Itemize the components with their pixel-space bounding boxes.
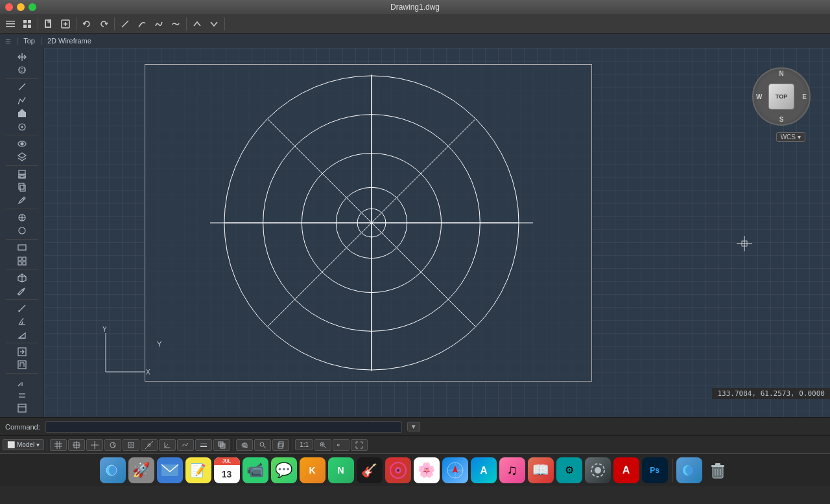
viewlabel-mode[interactable]: 2D Wireframe xyxy=(47,37,91,45)
line-tool[interactable] xyxy=(117,16,133,32)
sidebar-circle[interactable] xyxy=(4,224,40,236)
tmodel-button[interactable] xyxy=(213,439,230,451)
model-tab[interactable]: ⬜ Model ▾ xyxy=(3,439,44,450)
svg-rect-39 xyxy=(18,245,26,250)
sidebar-copy[interactable] xyxy=(4,181,40,193)
dock-launchpad[interactable]: 🚀 xyxy=(128,457,154,483)
osnap-button[interactable] xyxy=(123,439,139,451)
dock-mail[interactable] xyxy=(157,457,183,483)
lw-button[interactable] xyxy=(195,439,212,451)
grid-button[interactable] xyxy=(50,439,67,451)
dock-safari[interactable] xyxy=(442,457,468,483)
redo-button[interactable] xyxy=(96,16,112,32)
polar-button[interactable] xyxy=(104,439,121,451)
dock-facetime[interactable]: 📹 xyxy=(243,457,268,483)
svg-point-17 xyxy=(19,67,25,73)
close-button[interactable] xyxy=(5,3,13,11)
sidebar-rect[interactable] xyxy=(4,242,40,254)
sidebar-move[interactable] xyxy=(4,211,40,223)
sidebar-line[interactable] xyxy=(4,81,40,93)
dyn-button[interactable] xyxy=(177,439,194,451)
viewcube[interactable]: N S E W TOP xyxy=(752,67,811,126)
zoom-label[interactable]: 1:1 xyxy=(295,439,313,450)
sidebar-grid[interactable] xyxy=(4,255,40,267)
freehand-tool[interactable] xyxy=(151,16,167,32)
ortho-button[interactable] xyxy=(86,439,103,451)
arc-tool[interactable] xyxy=(134,16,150,32)
dock-photos[interactable]: 🌸 xyxy=(414,457,440,483)
model-chevron: ▾ xyxy=(36,441,40,448)
sidebar-layers[interactable] xyxy=(4,151,40,163)
wcs-label[interactable]: WCS ▾ xyxy=(776,132,805,142)
curve2-tool[interactable] xyxy=(168,16,184,32)
sidebar-orbit[interactable] xyxy=(4,63,40,76)
viewcube-center[interactable]: TOP xyxy=(768,84,794,109)
dock-notes[interactable]: 📝 xyxy=(185,457,211,483)
sidebar-pline[interactable] xyxy=(4,94,40,106)
dock-trash[interactable] xyxy=(705,457,731,483)
command-input[interactable] xyxy=(45,421,402,433)
dock-keynote[interactable]: K xyxy=(300,457,326,483)
undo-button[interactable] xyxy=(79,16,95,32)
dock-finder[interactable] xyxy=(100,457,126,483)
sidebar-window[interactable] xyxy=(4,402,40,415)
dock-books[interactable]: 📖 xyxy=(528,457,554,483)
canvas-area[interactable]: Y Y X N S E W TOP WCS ▾ xyxy=(44,48,830,417)
dock-messages[interactable]: 💬 xyxy=(271,457,297,483)
svg-rect-5 xyxy=(23,25,27,28)
hand-button[interactable] xyxy=(236,439,253,451)
dock-finder2[interactable] xyxy=(676,457,702,483)
commandbar: Command: ▼ xyxy=(0,417,830,435)
sidebar-zoom-out[interactable] xyxy=(4,389,40,401)
sidebar-snap[interactable] xyxy=(4,120,40,133)
new-button[interactable] xyxy=(41,16,56,32)
sidebar-zoom-in[interactable] xyxy=(4,376,40,388)
dock-numbers[interactable]: N xyxy=(328,457,354,483)
dock-music[interactable]: ♫ xyxy=(499,457,525,483)
dock-autocad[interactable]: A xyxy=(613,457,639,483)
ducs-button[interactable] xyxy=(159,439,176,451)
sidebar-pan[interactable] xyxy=(4,51,40,63)
dock-calendar[interactable]: JUL 13 xyxy=(214,457,240,483)
dock-appstore[interactable]: A xyxy=(471,457,497,483)
svg-marker-26 xyxy=(18,153,26,158)
maximize-button[interactable] xyxy=(29,3,36,11)
viewlabel-view[interactable]: Top xyxy=(23,37,35,45)
dock-photoshop[interactable]: Ps xyxy=(642,457,668,483)
otrack-button[interactable] xyxy=(141,439,158,451)
add-icon[interactable] xyxy=(58,16,73,32)
zoom-in-btn[interactable] xyxy=(314,439,331,451)
dock-garageband[interactable]: 🎸 xyxy=(357,457,383,483)
undo2-button[interactable] xyxy=(189,16,205,32)
sidebar-pen[interactable] xyxy=(4,285,40,297)
sidebar-import[interactable] xyxy=(4,345,40,358)
cube-button[interactable] xyxy=(272,439,289,451)
viewport[interactable] xyxy=(145,64,592,382)
window-controls xyxy=(5,3,36,11)
dock-sysprefs[interactable] xyxy=(585,457,611,483)
dock-arduino-ide[interactable]: ⚙ xyxy=(556,457,582,483)
menu-button[interactable] xyxy=(3,16,18,32)
full-screen-btn[interactable] xyxy=(351,439,368,451)
view-select[interactable] xyxy=(19,16,35,32)
sidebar-fill[interactable] xyxy=(4,108,40,120)
sidebar-print[interactable] xyxy=(4,168,40,180)
minimize-button[interactable] xyxy=(17,3,25,11)
search-button[interactable] xyxy=(254,439,271,451)
sidebar-export[interactable] xyxy=(4,359,40,371)
sidebar-measure[interactable] xyxy=(4,302,40,314)
dock-itunes[interactable] xyxy=(385,457,411,483)
sidebar-3d[interactable] xyxy=(4,271,40,284)
command-arrow[interactable]: ▼ xyxy=(407,422,420,431)
zoom-out-btn[interactable] xyxy=(333,439,350,451)
sidebar-eye[interactable] xyxy=(4,137,40,150)
sidebar-slope[interactable] xyxy=(4,328,40,341)
titlebar: Drawing1.dwg xyxy=(0,0,830,14)
snap-button[interactable] xyxy=(68,439,85,451)
sidebar-edit[interactable] xyxy=(4,194,40,207)
sidebar-angle[interactable] xyxy=(4,315,40,327)
window-title: Drawing1.dwg xyxy=(390,3,440,12)
wcs-chevron: ▾ xyxy=(798,133,801,141)
redo2-button[interactable] xyxy=(206,16,222,32)
svg-rect-2 xyxy=(6,26,15,27)
